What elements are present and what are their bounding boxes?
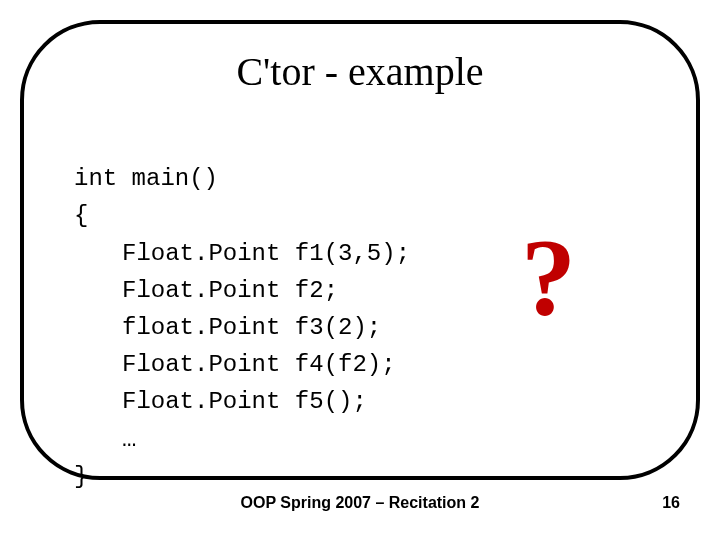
- code-line: Float.Point f4(f2);: [74, 351, 396, 378]
- code-line: …: [74, 426, 136, 453]
- code-line: float.Point f3(2);: [74, 314, 381, 341]
- slide-frame: C'tor - example int main() { Float.Point…: [20, 20, 700, 480]
- code-line: Float.Point f5();: [74, 388, 367, 415]
- slide-title: C'tor - example: [74, 48, 646, 95]
- code-line: Float.Point f1(3,5);: [74, 240, 410, 267]
- question-mark: ?: [521, 214, 576, 341]
- footer: OOP Spring 2007 – Recitation 2 16: [0, 494, 720, 518]
- code-line: Float.Point f2;: [74, 277, 338, 304]
- footer-text: OOP Spring 2007 – Recitation 2: [0, 494, 720, 512]
- code-line: int main(): [74, 165, 218, 192]
- slide: C'tor - example int main() { Float.Point…: [0, 0, 720, 540]
- page-number: 16: [662, 494, 680, 512]
- code-line: }: [74, 463, 88, 490]
- code-line: {: [74, 202, 88, 229]
